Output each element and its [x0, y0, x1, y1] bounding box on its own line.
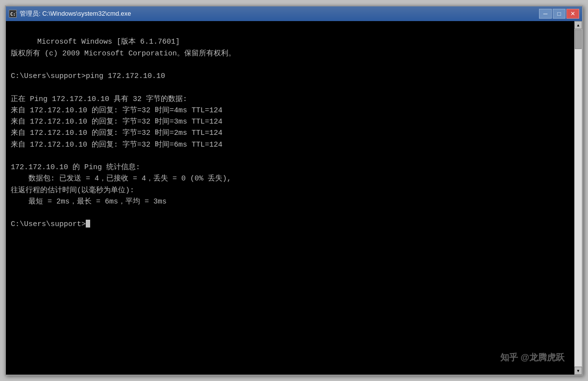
title-bar-left: C:\ 管理员: C:\Windows\system32\cmd.exe — [9, 9, 131, 18]
terminal-line-15: 最短 = 2ms，最长 = 6ms，平均 = 3ms — [11, 198, 167, 206]
scroll-thumb[interactable] — [575, 29, 582, 49]
terminal-line-6: 正在 Ping 172.172.10.10 具有 32 字节的数据: — [11, 95, 187, 103]
minimize-button[interactable]: ─ — [539, 9, 552, 19]
terminal-output[interactable]: Microsoft Windows [版本 6.1.7601] 版权所有 (c)… — [6, 21, 574, 375]
terminal-line-13: 数据包: 已发送 = 4，已接收 = 4，丢失 = 0 (0% 丢失), — [11, 175, 231, 183]
cmd-icon: C:\ — [9, 10, 17, 18]
svg-text:C:\: C:\ — [10, 12, 16, 17]
window-title: 管理员: C:\Windows\system32\cmd.exe — [20, 9, 131, 18]
terminal-line-3 — [11, 61, 15, 69]
terminal-line-7: 来自 172.172.10.10 的回复: 字节=32 时间=4ms TTL=1… — [11, 106, 222, 115]
watermark: 知乎 @龙腾虎跃 — [500, 351, 564, 365]
terminal-line-9: 来自 172.172.10.10 的回复: 字节=32 时间=2ms TTL=1… — [11, 129, 222, 137]
close-button[interactable]: ✕ — [566, 9, 579, 19]
cmd-window: C:\ 管理员: C:\Windows\system32\cmd.exe ─ □… — [5, 5, 583, 376]
window-controls: ─ □ ✕ — [539, 9, 579, 19]
terminal-prompt: C:\Users\support> — [11, 220, 86, 229]
terminal-line-10: 来自 172.172.10.10 的回复: 字节=32 时间=6ms TTL=1… — [11, 141, 222, 149]
scroll-up-button[interactable]: ▲ — [574, 21, 582, 29]
terminal-line-2: 版权所有 (c) 2009 Microsoft Corporation。保留所有… — [11, 50, 236, 58]
terminal-line-8: 来自 172.172.10.10 的回复: 字节=32 时间=3ms TTL=1… — [11, 118, 222, 126]
terminal-line-11 — [11, 152, 15, 160]
scroll-track[interactable] — [575, 29, 582, 366]
title-bar: C:\ 管理员: C:\Windows\system32\cmd.exe ─ □… — [6, 6, 582, 21]
scroll-down-button[interactable]: ▼ — [574, 367, 582, 375]
terminal-line-14: 往返行程的估计时间(以毫秒为单位): — [11, 186, 134, 195]
terminal-line-5 — [11, 83, 15, 92]
terminal-line-16 — [11, 209, 15, 217]
window-body: Microsoft Windows [版本 6.1.7601] 版权所有 (c)… — [6, 21, 582, 375]
terminal-line-4: C:\Users\support>ping 172.172.10.10 — [11, 72, 165, 80]
maximize-button[interactable]: □ — [553, 9, 565, 19]
terminal-line-12: 172.172.10.10 的 Ping 统计信息: — [11, 163, 140, 172]
cursor-blink — [86, 220, 90, 228]
terminal-line-1: Microsoft Windows [版本 6.1.7601] — [37, 38, 180, 46]
scrollbar[interactable]: ▲ ▼ — [574, 21, 582, 375]
